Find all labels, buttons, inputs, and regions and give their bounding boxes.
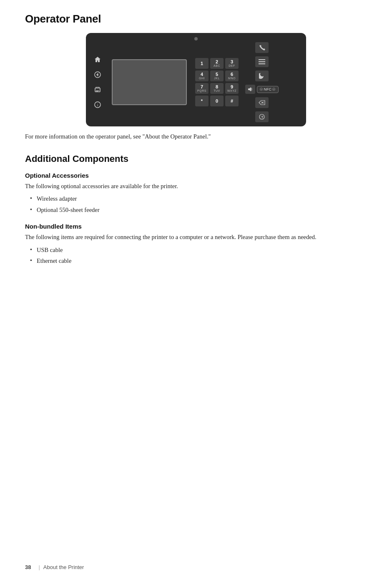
svg-text:i: i — [97, 103, 98, 107]
key-4: 4 GHI — [195, 71, 209, 81]
optional-accessories-list: Wireless adapter Optional 550-sheet feed… — [25, 194, 367, 214]
panel-left-buttons: i — [92, 54, 103, 111]
printer-panel-illustration: i 1 — [86, 33, 306, 126]
back-icon — [92, 69, 103, 81]
panel-image-container: i 1 — [25, 33, 367, 126]
menu-icon — [255, 56, 269, 67]
key-1: 1 — [195, 58, 209, 69]
call-icon — [255, 42, 269, 53]
svg-rect-6 — [259, 59, 265, 60]
panel-keypad: 1 2 ABC 3 DEF — [195, 58, 239, 106]
print-icon — [92, 84, 103, 96]
svg-rect-7 — [259, 61, 265, 62]
footer-separator: | — [38, 564, 40, 570]
footer-page-number: 38 — [25, 564, 31, 570]
help-icon: ? — [255, 111, 269, 122]
non-bundled-items-list: USB cable Ethernet cable — [25, 245, 367, 266]
operator-panel-section: Operator Panel — [25, 13, 367, 140]
optional-accessories-title: Optional Accessories — [25, 172, 367, 179]
non-bundled-items-intro: The following items are required for con… — [25, 232, 367, 242]
key-hash: # — [225, 96, 239, 106]
non-bundled-items-title: Non-bundled Items — [25, 223, 367, 230]
list-item: Optional 550-sheet feeder — [37, 205, 367, 214]
key-0: 0 — [210, 96, 224, 106]
sleep-icon — [255, 71, 269, 81]
key-9: 9 WXYZ — [225, 83, 239, 94]
list-item: Wireless adapter — [37, 194, 367, 203]
panel-right-buttons: ⦾ NFC ⦾ — [245, 42, 279, 122]
home-icon — [92, 54, 103, 66]
panel-indicator-dot — [194, 37, 198, 40]
optional-accessories-block: Optional Accessories The following optio… — [25, 172, 367, 214]
additional-components-section: Additional Components Optional Accessori… — [25, 154, 367, 266]
key-3: 3 DEF — [225, 58, 239, 69]
optional-accessories-intro: The following optional accessories are a… — [25, 181, 367, 191]
volume-icon — [245, 85, 255, 94]
operator-panel-note: For more information on the operator pan… — [25, 133, 367, 140]
backspace-icon — [255, 97, 269, 108]
key-6: 6 MNO — [225, 71, 239, 81]
non-bundled-items-block: Non-bundled Items The following items ar… — [25, 223, 367, 265]
page-content: Operator Panel — [0, 0, 392, 307]
key-5: 5 JKL — [210, 71, 224, 81]
nfc-button: ⦾ NFC ⦾ — [257, 86, 279, 93]
list-item: USB cable — [37, 245, 367, 254]
key-8: 8 TUV — [210, 83, 224, 94]
page-footer: 38 | About the Printer — [0, 564, 392, 570]
svg-rect-3 — [96, 91, 98, 91]
key-2: 2 ABC — [210, 58, 224, 69]
list-item: Ethernet cable — [37, 256, 367, 265]
operator-panel-title: Operator Panel — [25, 13, 367, 25]
key-star: * — [195, 96, 209, 106]
info-icon: i — [92, 99, 103, 111]
panel-screen — [112, 59, 187, 105]
footer-label: About the Printer — [43, 564, 84, 570]
svg-text:?: ? — [261, 115, 264, 119]
svg-rect-2 — [96, 90, 99, 91]
svg-rect-8 — [259, 63, 265, 64]
additional-components-title: Additional Components — [25, 154, 367, 164]
key-7: 7 PQRS — [195, 83, 209, 94]
